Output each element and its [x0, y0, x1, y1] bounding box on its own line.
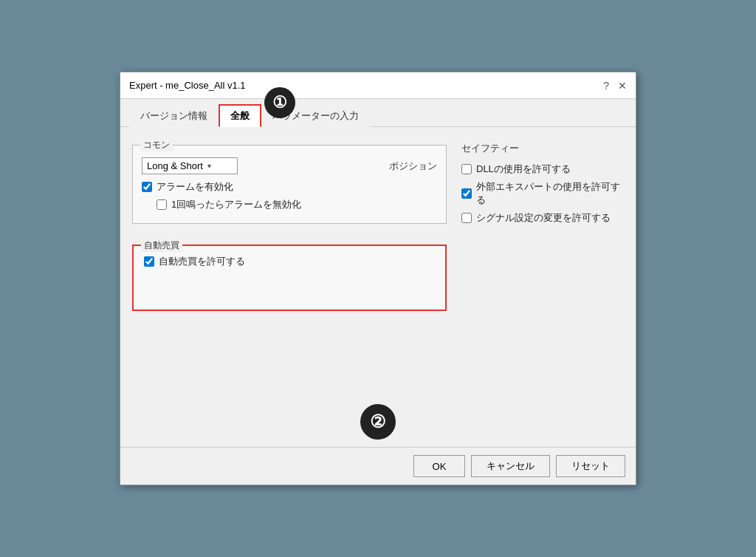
alarm-enable-checkbox[interactable] [142, 182, 152, 192]
external-row: 外部エキスパートの使用を許可する [461, 180, 624, 207]
auto-trading-group: 自動売買 自動売買を許可する [132, 245, 447, 311]
ok-button[interactable]: OK [413, 455, 465, 477]
dialog: Expert - me_Close_All v1.1 ? ✕ バージョン情報 全… [120, 72, 636, 485]
dll-row: DLLの使用を許可する [461, 163, 624, 176]
tab-general[interactable]: 全般 [219, 104, 261, 127]
cancel-button[interactable]: キャンセル [471, 455, 550, 477]
alarm-once-label: 1回鳴ったらアラームを無効化 [171, 198, 301, 211]
auto-trading-label: 自動売買を許可する [159, 255, 245, 268]
alarm-once-row: 1回鳴ったらアラームを無効化 [142, 198, 437, 211]
auto-trading-title: 自動売買 [141, 239, 182, 252]
external-label: 外部エキスパートの使用を許可する [476, 180, 625, 207]
auto-trading-checkbox[interactable] [144, 256, 154, 267]
common-row: Long & Short ▾ ポジション [142, 157, 437, 174]
help-button[interactable]: ? [603, 81, 609, 91]
tab-bar: バージョン情報 全般 パラメーターの入力 [120, 99, 636, 127]
content-area: コモン Long & Short ▾ ポジション アラームを有効化 [120, 127, 636, 397]
reset-button[interactable]: リセット [556, 455, 625, 477]
alarm-enable-label: アラームを有効化 [157, 180, 233, 194]
common-title: コモン [140, 139, 173, 151]
safety-title: セイフティー [461, 142, 624, 155]
badge-1: ① [264, 87, 295, 118]
badge-2: ② [360, 404, 396, 440]
signal-checkbox[interactable] [461, 213, 472, 223]
dialog-title: Expert - me_Close_All v1.1 [129, 80, 246, 91]
common-group: コモン Long & Short ▾ ポジション アラームを有効化 [132, 145, 447, 224]
signal-label: シグナル設定の変更を許可する [476, 211, 611, 225]
safety-section: セイフティー DLLの使用を許可する 外部エキスパートの使用を許可する シグナル… [461, 142, 624, 229]
position-dropdown[interactable]: Long & Short ▾ [142, 157, 238, 174]
title-bar: Expert - me_Close_All v1.1 ? ✕ [120, 72, 636, 99]
alarm-enable-row: アラームを有効化 [142, 180, 437, 194]
badge-2-container: ② [120, 404, 636, 440]
tab-version[interactable]: バージョン情報 [129, 105, 219, 127]
dll-label: DLLの使用を許可する [476, 163, 571, 176]
footer: OK キャンセル リセット [120, 447, 636, 485]
dll-checkbox[interactable] [461, 164, 472, 174]
left-panel: コモン Long & Short ▾ ポジション アラームを有効化 [132, 139, 447, 385]
right-panel: セイフティー DLLの使用を許可する 外部エキスパートの使用を許可する シグナル… [461, 139, 624, 385]
alarm-once-checkbox[interactable] [157, 199, 167, 210]
external-checkbox[interactable] [461, 188, 472, 199]
position-label: ポジション [389, 160, 437, 173]
signal-row: シグナル設定の変更を許可する [461, 211, 624, 225]
close-button[interactable]: ✕ [618, 81, 627, 91]
auto-trading-row: 自動売買を許可する [144, 255, 435, 268]
dropdown-arrow-icon: ▾ [207, 162, 211, 170]
